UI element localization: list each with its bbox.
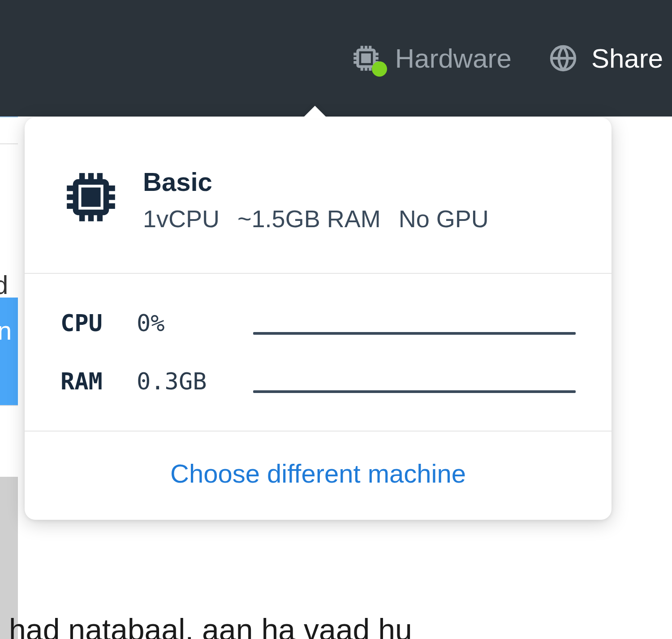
globe-icon [547,43,579,74]
metrics-section: CPU 0% RAM 0.3GB [25,274,612,432]
background-left-strip: d n [0,117,18,639]
truncated-text: n [0,315,12,345]
share-label: Share [591,43,663,74]
bg-segment-highlight: n [0,298,18,405]
topbar: Hardware Share [0,0,672,117]
svg-rect-1 [362,55,369,61]
bg-segment [0,117,18,143]
metric-label: CPU [60,310,137,337]
usage-bar [253,332,576,335]
spec-ram: ~1.5GB RAM [237,205,381,233]
popover-header: Basic 1vCPU ~1.5GB RAM No GPU [25,117,612,274]
choose-different-machine-link[interactable]: Choose different machine [170,459,466,488]
cpu-chip-icon [349,42,383,75]
tier-spec: 1vCPU ~1.5GB RAM No GPU [143,205,489,233]
hardware-menu-button[interactable]: Hardware [349,42,512,75]
metric-value: 0% [137,310,253,337]
truncated-background-text: had natabaal, aan ha vaad hu [0,607,672,639]
bg-segment [0,405,18,477]
metric-label: RAM [60,368,137,395]
usage-bar [253,390,576,393]
truncated-text: d [0,270,8,299]
spec-gpu: No GPU [399,205,489,233]
popover-footer: Choose different machine [25,432,612,520]
metric-row-cpu: CPU 0% [60,310,576,337]
cpu-chip-icon [60,167,121,228]
metric-value: 0.3GB [137,368,253,395]
spec-cpu: 1vCPU [143,205,220,233]
share-button[interactable]: Share [547,43,663,74]
hardware-popover: Basic 1vCPU ~1.5GB RAM No GPU CPU 0% RAM… [25,117,612,520]
metric-row-ram: RAM 0.3GB [60,368,576,395]
status-dot-icon [372,61,387,77]
hardware-label: Hardware [395,43,512,74]
tier-info: Basic 1vCPU ~1.5GB RAM No GPU [143,167,489,233]
tier-name: Basic [143,167,489,197]
bg-segment: d [0,143,18,298]
svg-rect-17 [88,194,93,199]
